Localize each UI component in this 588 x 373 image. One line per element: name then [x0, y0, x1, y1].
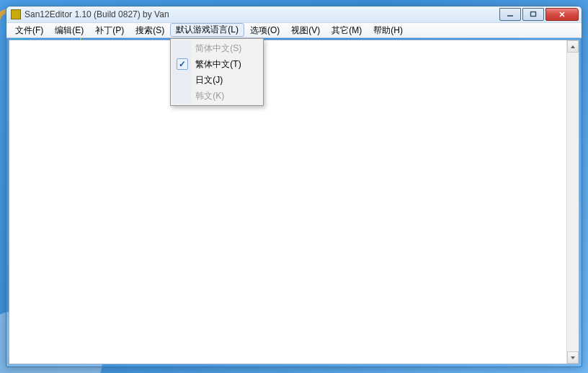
menu-label: 补丁(P): [95, 24, 124, 37]
minimize-button[interactable]: [499, 8, 521, 21]
chevron-down-icon: [570, 355, 576, 361]
scroll-up-button[interactable]: [567, 40, 579, 53]
menu-label: 默认游戏语言(L): [176, 24, 239, 36]
lang-option-japanese[interactable]: 日文(J): [172, 72, 262, 88]
maximize-button[interactable]: [522, 8, 544, 21]
menu-label: 视图(V): [291, 24, 320, 37]
menu-file[interactable]: 文件(F): [9, 23, 49, 37]
app-icon: [11, 9, 21, 19]
close-icon: [558, 11, 566, 18]
menu-edit[interactable]: 编辑(E): [49, 23, 89, 37]
lang-option-simplified[interactable]: 简体中文(S): [172, 40, 262, 56]
menu-other[interactable]: 其它(M): [326, 23, 368, 37]
app-window: San12Editor 1.10 (Build 0827) by Van 文件(…: [6, 6, 582, 367]
lang-option-traditional[interactable]: ✓ 繁体中文(T): [172, 56, 262, 72]
menu-label: 搜索(S): [135, 24, 164, 37]
lang-option-korean[interactable]: 韩文(K): [172, 88, 262, 104]
menu-default-language[interactable]: 默认游戏语言(L): [170, 23, 244, 37]
scroll-track[interactable]: [567, 53, 579, 351]
window-controls: [498, 8, 579, 21]
menu-label: 帮助(H): [373, 24, 403, 37]
menu-patch[interactable]: 补丁(P): [89, 23, 130, 37]
svg-rect-1: [531, 12, 536, 17]
menubar: 文件(F) 编辑(E) 补丁(P) 搜索(S) 默认游戏语言(L) 简体中文(S…: [6, 22, 582, 38]
menu-label: 编辑(E): [55, 24, 84, 37]
menu-view[interactable]: 视图(V): [285, 23, 326, 37]
maximize-icon: [530, 11, 537, 18]
dd-label: 日文(J): [195, 74, 223, 86]
client-area: [9, 40, 579, 364]
menu-label: 其它(M): [331, 24, 362, 37]
menu-label: 选项(O): [250, 24, 280, 37]
check-icon: ✓: [177, 58, 188, 70]
scroll-down-button[interactable]: [567, 351, 579, 364]
menu-help[interactable]: 帮助(H): [368, 23, 409, 37]
menu-search[interactable]: 搜索(S): [130, 23, 170, 37]
language-dropdown: 简体中文(S) ✓ 繁体中文(T) 日文(J) 韩文(K): [170, 38, 264, 106]
menu-options[interactable]: 选项(O): [244, 23, 285, 37]
chevron-up-icon: [570, 44, 576, 50]
dd-label: 繁体中文(T): [195, 58, 241, 71]
svg-marker-4: [571, 45, 575, 48]
vertical-scrollbar[interactable]: [566, 40, 579, 364]
close-button[interactable]: [545, 8, 579, 21]
dd-label: 简体中文(S): [195, 42, 241, 55]
dd-label: 韩文(K): [195, 90, 224, 102]
minimize-icon: [507, 11, 514, 18]
menu-label: 文件(F): [15, 24, 43, 37]
titlebar[interactable]: San12Editor 1.10 (Build 0827) by Van: [6, 6, 582, 22]
svg-marker-5: [571, 356, 575, 359]
window-title: San12Editor 1.10 (Build 0827) by Van: [24, 9, 498, 19]
